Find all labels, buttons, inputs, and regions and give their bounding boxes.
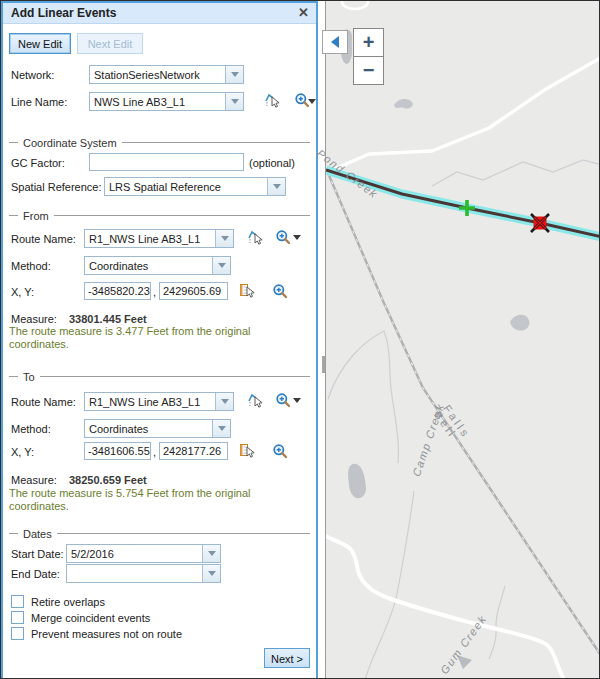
select-from-route-on-map-icon[interactable] — [247, 229, 264, 246]
line-name-value: NWS Line AB3_L1 — [90, 93, 225, 110]
zoom-out-button[interactable]: − — [353, 56, 384, 85]
chevron-down-icon — [208, 571, 216, 576]
end-date-value — [67, 565, 202, 582]
network-dropdown-button[interactable] — [225, 66, 243, 83]
from-section-header: From — [9, 209, 310, 222]
from-measure-label: Measure: — [11, 313, 57, 325]
from-route-name-value: R1_NWS Line AB3_L1 — [85, 230, 215, 247]
chevron-down-icon — [218, 426, 226, 431]
spatial-reference-value: LRS Spatial Reference — [105, 178, 267, 195]
map-canvas[interactable]: Pond Creek Falls Bell Camp Creek Gum Cre… — [325, 1, 600, 679]
end-date-dropdown-button[interactable] — [202, 565, 220, 582]
dates-header-label: Dates — [23, 528, 52, 540]
coordinate-system-header-label: Coordinate System — [23, 137, 117, 149]
map-zoom-control: + − — [353, 28, 384, 85]
chevron-down-icon — [273, 184, 281, 189]
retire-overlaps-checkbox[interactable] — [11, 595, 24, 608]
network-label: Network: — [11, 69, 54, 81]
end-date-dropdown[interactable] — [66, 564, 221, 583]
next-button[interactable]: Next > — [264, 648, 310, 668]
to-method-dropdown-button[interactable] — [212, 420, 230, 437]
new-edit-button[interactable]: New Edit — [9, 33, 71, 54]
merge-coincident-events-label: Merge coincident events — [31, 612, 150, 624]
from-route-name-dropdown[interactable]: R1_NWS Line AB3_L1 — [84, 229, 234, 248]
dates-section-header: Dates — [9, 527, 310, 540]
chevron-left-icon — [331, 36, 339, 48]
to-measure-value: 38250.659 Feet — [69, 474, 147, 486]
from-method-dropdown[interactable]: Coordinates — [84, 256, 231, 275]
zoom-to-to-point-icon[interactable] — [272, 443, 289, 460]
start-date-dropdown-button[interactable] — [202, 545, 220, 562]
to-xy-separator: , — [153, 446, 156, 458]
spatial-reference-dropdown-button[interactable] — [267, 178, 285, 195]
chevron-down-icon — [221, 399, 229, 404]
add-linear-events-panel: Add Linear Events ✕ New Edit Next Edit N… — [1, 1, 318, 679]
to-route-name-value: R1_NWS Line AB3_L1 — [85, 393, 215, 410]
from-y-input[interactable]: 2429605.69 — [159, 282, 228, 300]
select-line-on-map-icon[interactable] — [264, 92, 281, 109]
start-date-dropdown[interactable]: 5/2/2016 — [66, 544, 221, 563]
from-xy-label: X, Y: — [11, 286, 34, 298]
gc-factor-label: GC Factor: — [11, 157, 65, 169]
to-section-header: To — [9, 370, 310, 383]
chevron-down-icon — [218, 263, 226, 268]
chevron-down-icon — [208, 551, 216, 556]
to-route-dropdown-button[interactable] — [215, 393, 233, 410]
to-x-input[interactable]: -3481606.55 — [84, 442, 151, 460]
to-measure-note: The route measure is 5.754 Feet from the… — [9, 487, 309, 513]
zoom-to-to-route-icon[interactable] — [275, 392, 292, 409]
start-date-label: Start Date: — [11, 548, 64, 560]
from-route-dropdown-button[interactable] — [215, 230, 233, 247]
merge-coincident-events-checkbox[interactable] — [11, 611, 24, 624]
splitter-handle[interactable] — [322, 356, 325, 373]
zoom-menu-caret-icon[interactable] — [293, 398, 301, 403]
map-graphics — [326, 1, 600, 679]
collapse-panel-tab[interactable] — [322, 30, 348, 54]
app-window: Add Linear Events ✕ New Edit Next Edit N… — [0, 0, 600, 679]
to-y-input[interactable]: 2428177.26 — [159, 442, 228, 460]
zoom-to-from-route-icon[interactable] — [275, 229, 292, 246]
to-point-marker — [531, 214, 549, 232]
to-header-label: To — [23, 371, 35, 383]
from-xy-separator: , — [153, 286, 156, 298]
panel-titlebar: Add Linear Events ✕ — [3, 3, 316, 24]
pick-from-coordinates-icon[interactable] — [239, 282, 256, 299]
chevron-down-icon — [231, 99, 239, 104]
spatial-reference-dropdown[interactable]: LRS Spatial Reference — [104, 177, 286, 196]
panel-title: Add Linear Events — [11, 6, 116, 20]
line-name-dropdown-button[interactable] — [225, 93, 243, 110]
close-icon[interactable]: ✕ — [298, 5, 309, 20]
to-xy-label: X, Y: — [11, 446, 34, 458]
network-dropdown[interactable]: StationSeriesNetwork — [89, 65, 244, 84]
to-route-name-dropdown[interactable]: R1_NWS Line AB3_L1 — [84, 392, 234, 411]
zoom-in-button[interactable]: + — [353, 28, 384, 57]
gc-factor-input[interactable] — [89, 153, 244, 171]
next-edit-button[interactable]: Next Edit — [77, 33, 143, 54]
coordinate-system-header: Coordinate System — [9, 136, 310, 149]
select-to-route-on-map-icon[interactable] — [247, 392, 264, 409]
from-x-input[interactable]: -3485820.23 — [84, 282, 151, 300]
zoom-menu-caret-icon[interactable] — [308, 99, 316, 104]
line-name-dropdown[interactable]: NWS Line AB3_L1 — [89, 92, 244, 111]
chevron-down-icon — [221, 236, 229, 241]
end-date-label: End Date: — [11, 568, 60, 580]
to-measure-label: Measure: — [11, 474, 57, 486]
to-method-dropdown[interactable]: Coordinates — [84, 419, 231, 438]
pick-to-coordinates-icon[interactable] — [239, 442, 256, 459]
from-header-label: From — [23, 210, 49, 222]
to-method-value: Coordinates — [85, 420, 212, 437]
zoom-menu-caret-icon[interactable] — [293, 235, 301, 240]
from-measure-note: The route measure is 3.477 Feet from the… — [9, 325, 309, 351]
line-name-label: Line Name: — [11, 96, 67, 108]
gc-factor-optional-hint: (optional) — [249, 157, 295, 169]
to-route-name-label: Route Name: — [11, 396, 76, 408]
from-route-name-label: Route Name: — [11, 233, 76, 245]
from-measure-value: 33801.445 Feet — [69, 313, 147, 325]
from-method-label: Method: — [11, 260, 51, 272]
network-value: StationSeriesNetwork — [90, 66, 225, 83]
prevent-measures-label: Prevent measures not on route — [31, 628, 182, 640]
from-method-dropdown-button[interactable] — [212, 257, 230, 274]
zoom-to-from-point-icon[interactable] — [272, 283, 289, 300]
prevent-measures-checkbox[interactable] — [11, 627, 24, 640]
start-date-value: 5/2/2016 — [67, 545, 202, 562]
